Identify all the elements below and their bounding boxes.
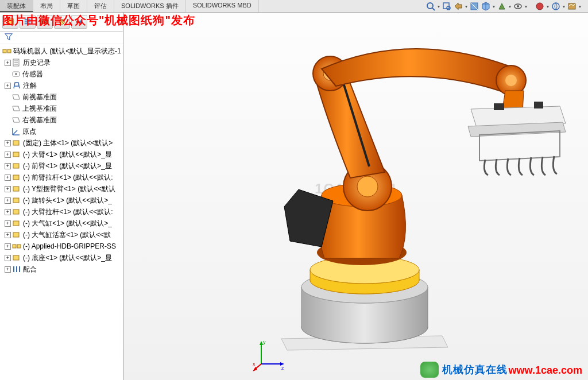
section-view-icon[interactable]	[469, 1, 480, 11]
svg-point-50	[496, 65, 526, 95]
expand-icon[interactable]: +	[5, 255, 11, 261]
tree-label: 注解	[23, 80, 37, 91]
svg-rect-33	[13, 245, 16, 248]
view-orientation-icon[interactable]	[480, 1, 492, 11]
tree-item[interactable]: 传感器	[0, 68, 123, 80]
expand-icon[interactable]: +	[5, 163, 11, 169]
svg-rect-28	[13, 187, 19, 191]
zoom-fit-icon[interactable]	[425, 1, 436, 11]
tree-item[interactable]: 原点	[0, 126, 123, 137]
tree-item[interactable]: +(-) 大臂拉杆<1> (默认<<默认:	[0, 206, 123, 218]
tree-item[interactable]: +(-) 前臂拉杆<1> (默认<<默认:	[0, 172, 123, 183]
svg-rect-32	[13, 232, 19, 237]
edit-appearance-icon[interactable]	[534, 1, 546, 11]
tree-item[interactable]: 上视基准面	[0, 103, 123, 114]
svg-line-1	[432, 8, 435, 10]
dropdown-icon[interactable]: ▾	[508, 1, 512, 11]
tree-label: (-) 大气缸活塞<1> (默认<<默	[23, 230, 111, 240]
tree-label: (固定) 主体<1> (默认<<默认>	[23, 138, 113, 148]
zoom-area-icon[interactable]	[441, 1, 452, 11]
svg-point-40	[310, 256, 419, 284]
tree-item[interactable]: +配合	[0, 263, 123, 275]
tab-evaluate[interactable]: 评估	[87, 0, 114, 12]
tab-layout[interactable]: 布局	[33, 0, 60, 12]
expand-icon[interactable]: +	[5, 209, 11, 215]
svg-rect-30	[13, 210, 19, 214]
expand-icon[interactable]: +	[5, 83, 11, 89]
svg-text:z: z	[281, 365, 284, 371]
tree-item[interactable]: +(-) 大气缸活塞<1> (默认<<默	[0, 229, 123, 241]
svg-rect-53	[534, 102, 543, 108]
tree-item[interactable]: +历史记录	[0, 57, 123, 68]
expand-icon[interactable]: +	[5, 197, 11, 204]
expand-icon[interactable]: +	[5, 175, 11, 181]
svg-rect-27	[13, 175, 19, 180]
svg-point-39	[310, 266, 419, 294]
watermark-bottom-right: www.1cae.com	[509, 365, 582, 377]
tab-assembly[interactable]: 装配体	[0, 0, 33, 12]
part-icon	[12, 219, 21, 228]
expand-icon[interactable]: +	[5, 243, 11, 250]
dropdown-icon[interactable]: ▾	[524, 1, 528, 11]
svg-point-8	[552, 3, 559, 10]
svg-point-41	[317, 240, 407, 265]
part-icon	[12, 253, 21, 262]
feature-tree: 码垛机器人 (默认<默认_显示状态-1 +历史记录 传感器 +注解 前视基准面 …	[0, 44, 123, 380]
dropdown-icon[interactable]: ▾	[464, 1, 469, 11]
expand-icon[interactable]: +	[5, 140, 11, 146]
part-icon	[12, 230, 21, 239]
view-settings-icon[interactable]	[566, 1, 578, 11]
hide-show-icon[interactable]	[512, 1, 524, 11]
svg-rect-20	[7, 49, 11, 53]
previous-view-icon[interactable]	[452, 1, 464, 11]
dropdown-icon[interactable]: ▾	[578, 1, 582, 11]
svg-rect-19	[3, 49, 6, 53]
wechat-icon	[420, 362, 439, 378]
expand-icon[interactable]: +	[5, 186, 11, 192]
tree-filter-icon[interactable]	[0, 32, 123, 44]
apply-scene-icon[interactable]	[550, 1, 562, 11]
tree-label: 历史记录	[23, 57, 51, 68]
svg-point-38	[301, 271, 428, 303]
orientation-triad[interactable]: y z x	[253, 338, 287, 374]
tab-sw-mbd[interactable]: SOLIDWORKS MBD	[186, 0, 259, 12]
tree-item[interactable]: +(-) Y型摆臂臂<1> (默认<<默认	[0, 183, 123, 195]
expand-icon[interactable]: +	[5, 232, 11, 238]
tree-label: 传感器	[22, 69, 43, 79]
tree-item[interactable]: 前视基准面	[0, 91, 123, 103]
tree-item[interactable]: +(-) 底座<1> (默认<<默认>_显	[0, 252, 123, 263]
mates-icon	[12, 265, 21, 274]
dropdown-icon[interactable]: ▾	[546, 1, 550, 11]
svg-point-44	[357, 176, 378, 197]
tree-root[interactable]: 码垛机器人 (默认<默认_显示状态-1	[0, 45, 123, 57]
display-style-icon[interactable]	[496, 1, 508, 11]
tree-item[interactable]: +(-) 旋转头<1> (默认<<默认>_	[0, 195, 123, 206]
expand-icon[interactable]: +	[5, 152, 11, 158]
svg-rect-35	[13, 255, 19, 260]
svg-point-46	[323, 67, 337, 80]
tree-item[interactable]: +注解	[0, 80, 123, 91]
expand-icon[interactable]: +	[5, 266, 11, 273]
dropdown-icon[interactable]: ▾	[562, 1, 566, 11]
dropdown-icon[interactable]: ▾	[492, 1, 496, 11]
tree-item[interactable]: 右视基准面	[0, 114, 123, 126]
tree-item[interactable]: +(-) 大气缸<1> (默认<<默认>_	[0, 218, 123, 229]
tab-sw-addins[interactable]: SOLIDWORKS 插件	[114, 0, 186, 12]
tree-item[interactable]: +(固定) 主体<1> (默认<<默认>	[0, 137, 123, 149]
dropdown-icon[interactable]: ▾	[436, 1, 441, 11]
tree-item[interactable]: +(-) Applied-HDB-GRIPPER-SS	[0, 241, 123, 252]
tree-item[interactable]: +(-) 大臂<1> (默认<<默认>_显	[0, 149, 123, 160]
tree-label: (-) 前臂拉杆<1> (默认<<默认:	[23, 172, 113, 183]
svg-marker-36	[281, 336, 448, 350]
expand-icon[interactable]: +	[5, 220, 11, 227]
svg-point-0	[427, 3, 433, 9]
svg-rect-24	[13, 141, 19, 145]
svg-point-3	[447, 6, 450, 10]
watermark-center: 1CAE.COM	[315, 181, 397, 197]
tree-item[interactable]: +(-) 前臂<1> (默认<<默认>_显	[0, 160, 123, 172]
graphics-viewport[interactable]: 1CAE.COM	[123, 13, 588, 380]
tab-sketch[interactable]: 草图	[60, 0, 87, 12]
feature-tree-panel: 码垛机器人 (默认<默认_显示状态-1 +历史记录 传感器 +注解 前视基准面 …	[0, 13, 123, 380]
svg-point-23	[15, 73, 17, 75]
expand-icon[interactable]: +	[5, 60, 11, 66]
